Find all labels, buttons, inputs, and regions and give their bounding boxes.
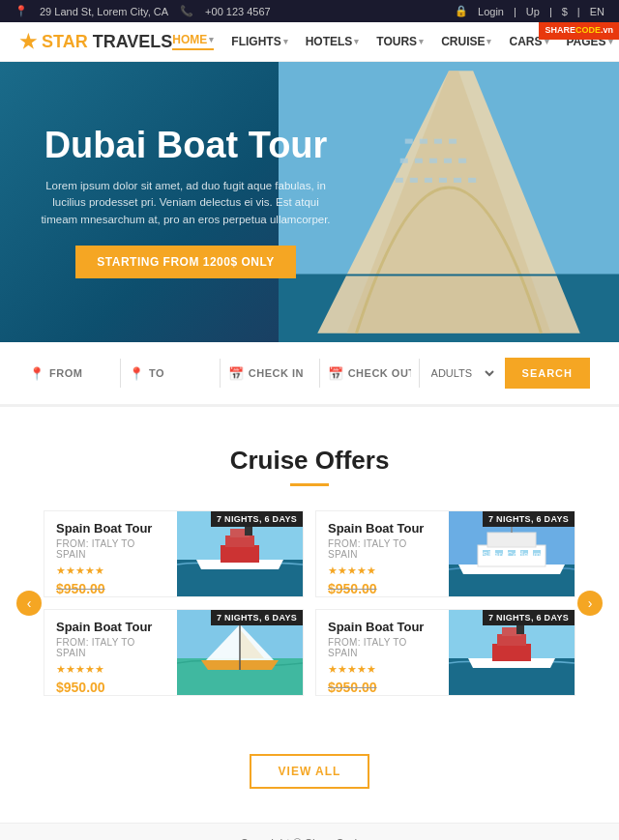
cruise-card-price: $950.00 [56, 581, 165, 596]
checkin-field: 📅 [228, 366, 311, 381]
chevron-down-icon: ▾ [354, 37, 359, 46]
svg-rect-4 [405, 139, 413, 144]
calendar-icon: 📅 [228, 366, 244, 381]
cruise-badge: 7 NIGHTS, 6 DAYS [483, 511, 575, 527]
top-bar: 📍 29 Land St, Lorem City, CA 📞 +00 123 4… [0, 0, 619, 22]
logo: ★ STARTRAVELS [19, 30, 172, 53]
address-text: 29 Land St, Lorem City, CA [40, 6, 168, 17]
svg-rect-6 [434, 139, 442, 144]
cruise-card-info: Spain Boat Tour FROM: ITALY TO SPAIN ★★★… [316, 511, 449, 596]
checkout-input[interactable] [348, 367, 411, 379]
cruise-card: Spain Boat Tour FROM: ITALY TO SPAIN ★★★… [315, 510, 575, 597]
carousel-prev-button[interactable]: ‹ [16, 591, 42, 616]
view-all-button[interactable]: VIEW ALL [250, 754, 370, 789]
cruise-card-stars: ★★★★★ [328, 663, 437, 676]
cruise-card-from: FROM: ITALY TO SPAIN [328, 637, 437, 658]
svg-rect-22 [221, 545, 259, 563]
chevron-down-icon: ▾ [283, 37, 288, 46]
cruise-card-stars: ★★★★★ [56, 663, 165, 676]
cruise-card: Spain Boat Tour FROM: ITALY TO SPAIN ★★★… [315, 609, 575, 696]
svg-rect-33 [495, 550, 503, 556]
divider4 [419, 359, 420, 388]
cruise-card-stars: ★★★★★ [328, 565, 437, 577]
cruise-card-info: Spain Boat Tour FROM: ITALY TO SPAIN ★★★… [316, 610, 449, 695]
chevron-down-icon: ▾ [419, 37, 424, 46]
hero-content: Dubai Boat Tour Lorem ipsum dolor sit am… [0, 106, 371, 298]
section-title: Cruise Offers [29, 446, 590, 476]
cruise-badge: 7 NIGHTS, 6 DAYS [211, 610, 303, 625]
location-icon: 📍 [29, 366, 44, 381]
cruise-card: Spain Boat Tour FROM: ITALY TO SPAIN ★★★… [44, 510, 304, 597]
cruise-card-stars: ★★★★★ [56, 565, 165, 577]
nav-tours[interactable]: TOURS ▾ [376, 35, 424, 48]
svg-rect-36 [533, 550, 541, 556]
cruise-card-info: Spain Boat Tour FROM: ITALY TO SPAIN ★★★… [44, 610, 177, 695]
svg-rect-18 [468, 178, 476, 183]
svg-rect-31 [487, 533, 536, 547]
carousel-next-button[interactable]: › [577, 591, 603, 616]
cruise-card-name: Spain Boat Tour [56, 620, 165, 634]
hero-cta-button[interactable]: STARTING FROM 1200$ ONLY [75, 246, 295, 278]
cruise-card-image: 7 NIGHTS, 6 DAYS [177, 511, 303, 597]
checkin-input[interactable] [249, 367, 311, 379]
hero-section: Dubai Boat Tour Lorem ipsum dolor sit am… [0, 62, 619, 342]
cruise-grid-wrapper: ‹ Spain Boat Tour FROM: ITALY TO SPAIN ★… [29, 510, 590, 696]
svg-rect-5 [420, 139, 427, 144]
from-input[interactable] [49, 367, 112, 379]
location-icon-to: 📍 [129, 366, 144, 381]
logo-star-icon: ★ [19, 30, 37, 53]
to-field: 📍 [129, 366, 212, 381]
svg-rect-11 [444, 159, 452, 163]
phone-text: +00 123 4567 [205, 6, 271, 17]
up-link[interactable]: Up [526, 6, 540, 17]
svg-rect-13 [396, 178, 403, 183]
from-field: 📍 [29, 366, 112, 381]
cruise-card-from: FROM: ITALY TO SPAIN [56, 538, 165, 560]
cruise-card-image: 7 NIGHTS, 6 DAYS [449, 610, 575, 696]
adults-select[interactable]: ADULTS 1 ADULT 2 ADULTS 3 ADULTS [427, 366, 497, 380]
cruise-badge: 7 NIGHTS, 6 DAYS [483, 610, 575, 625]
header: ★ STARTRAVELS HOME ▾ FLIGHTS ▾ HOTELS ▾ … [0, 22, 619, 62]
svg-rect-8 [400, 159, 408, 163]
watermark-badge: SHARECODE.vn [539, 22, 619, 40]
footer: Copyright © ShareCode.vn [0, 823, 619, 840]
svg-rect-46 [492, 644, 531, 661]
login-link[interactable]: Login [478, 6, 504, 17]
svg-rect-14 [410, 178, 418, 183]
cruise-card: Spain Boat Tour FROM: ITALY TO SPAIN ★★★… [44, 609, 304, 696]
search-button[interactable]: SEARCH [505, 358, 590, 389]
cruise-card-name: Spain Boat Tour [328, 620, 437, 634]
svg-rect-15 [425, 178, 432, 183]
logo-star-text: STAR [42, 32, 88, 52]
cruise-card-price: $950.00 [328, 581, 437, 596]
logo-travels-text: TRAVELS [93, 32, 173, 52]
cruise-card-name: Spain Boat Tour [328, 521, 437, 536]
calendar-icon-out: 📅 [328, 366, 343, 381]
to-input[interactable] [149, 367, 212, 379]
chevron-down-icon: ▾ [209, 35, 214, 44]
section-underline [290, 483, 329, 486]
separator: | [514, 6, 516, 17]
hero-description: Lorem ipsum dolor sit amet, ad duo fugit… [39, 178, 333, 228]
currency-link[interactable]: $ [562, 6, 568, 17]
svg-rect-35 [520, 550, 528, 556]
view-all-section: VIEW ALL [0, 735, 619, 823]
svg-rect-34 [508, 550, 516, 556]
hero-title: Dubai Boat Tour [39, 126, 333, 166]
phone-icon: 📞 [180, 5, 193, 17]
cruise-card-price: $950.00 [328, 680, 437, 695]
nav-flights[interactable]: FLIGHTS ▾ [231, 35, 287, 48]
top-bar-left: 📍 29 Land St, Lorem City, CA 📞 +00 123 4… [15, 5, 271, 17]
cruise-card-image: 7 NIGHTS, 6 DAYS ShareCode.vn [449, 511, 575, 597]
checkout-field: 📅 [328, 366, 411, 381]
cruise-card-from: FROM: ITALY TO SPAIN [56, 637, 165, 658]
cruise-grid: Spain Boat Tour FROM: ITALY TO SPAIN ★★★… [44, 510, 575, 696]
nav-home[interactable]: HOME ▾ [172, 33, 214, 50]
chevron-down-icon: ▾ [486, 37, 491, 46]
cruise-section: Cruise Offers ‹ Spain Boat Tour FROM: IT… [0, 407, 619, 735]
lock-icon: 🔒 [455, 5, 468, 17]
nav-cruise[interactable]: CRUISE ▾ [441, 35, 491, 48]
lang-link[interactable]: EN [590, 6, 604, 17]
divider2 [220, 359, 221, 388]
nav-hotels[interactable]: HOTELS ▾ [306, 35, 360, 48]
